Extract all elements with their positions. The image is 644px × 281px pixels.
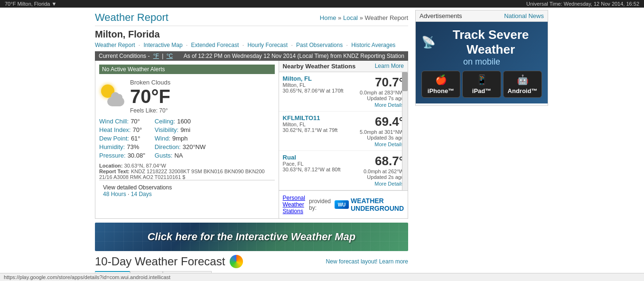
station-coords-3: 30.63°N, 87.12°W at 80ft xyxy=(283,167,364,172)
observations-48h[interactable]: 48 Hours xyxy=(103,191,126,197)
location-report: Location: 30.63°N, 87.04°W Report Text: … xyxy=(99,163,275,180)
nav-interactive-map[interactable]: Interactive Map xyxy=(144,42,183,48)
station-info-1: Milton, FL Milton, FL 30.65°N, 87.06°W a… xyxy=(283,75,360,94)
observations-label: View detailed Observations xyxy=(103,184,172,191)
station-item-3: Rual Pace, FL 30.63°N, 87.12°W at 80ft 6… xyxy=(279,151,408,190)
station-updated-2: Updated 3s ago xyxy=(360,135,404,140)
iphone-button[interactable]: 🍎 iPhone™ xyxy=(421,71,460,98)
alert-bar: No Active Weather Alerts xyxy=(99,65,275,74)
station-updated-3: Updated 2s ago xyxy=(364,174,404,180)
conditions-header-label: Current Conditions - °F | °C xyxy=(99,53,173,59)
track-subtitle: on mobile xyxy=(421,57,542,67)
wu-text: WEATHERUNDERGROUND xyxy=(351,197,404,212)
station-temp-3: 68.7° xyxy=(364,154,404,169)
nav-extended-forecast[interactable]: Extended Forecast xyxy=(191,42,239,48)
pws-link[interactable]: Personal Weather Stations xyxy=(283,195,305,215)
cloud-icon xyxy=(107,97,124,106)
scroll-thumb[interactable] xyxy=(402,72,408,91)
android-label: Android™ xyxy=(508,87,538,94)
nav-past-observations[interactable]: Past Observations xyxy=(296,42,343,48)
station-readings-3: 68.7° 0.0mph at 262°W Updated 2s ago Mor… xyxy=(364,154,404,187)
station-name-1[interactable]: Milton, FL xyxy=(283,75,312,82)
station-wind-1: 0.0mph at 283°NW xyxy=(360,90,404,95)
android-icon: 🤖 xyxy=(517,74,529,85)
location-label: Location: xyxy=(99,163,123,169)
national-news-link[interactable]: National News xyxy=(504,12,544,19)
station-updated-1: Updated 7s ago xyxy=(360,95,404,101)
details-cols: Wind Chill: 70° Heat Index: 70° Dew Poin… xyxy=(99,118,275,159)
humidity-value: 73% xyxy=(127,143,139,150)
humidity-label: Humidity: xyxy=(99,143,125,150)
station-readings-1: 70.7° 0.0mph at 283°NW Updated 7s ago Mo… xyxy=(360,75,404,108)
station-info-3: Rual Pace, FL 30.63°N, 87.12°W at 80ft xyxy=(283,154,364,172)
conditions-right: Nearby Weather Stations Learn More Milto… xyxy=(279,61,408,218)
station-sub-1: Milton, FL xyxy=(283,82,360,88)
ceiling-label: Ceiling: xyxy=(155,118,175,125)
pressure-value: 30.08" xyxy=(128,152,145,159)
station-wind-3: 0.0mph at 262°W xyxy=(364,169,404,174)
map-banner[interactable]: Click here for the Interactive Weather M… xyxy=(95,223,408,251)
top-bar-location[interactable]: 70°F Milton, Florida ▼ xyxy=(5,1,56,7)
feels-like: Feels Like: 70° xyxy=(130,107,170,114)
nav-historic-averages[interactable]: Historic Averages xyxy=(351,42,395,48)
station-more-3[interactable]: More Details xyxy=(374,181,404,187)
station-sub-2: Milton, FL xyxy=(283,122,360,127)
ads-label: Advertisements xyxy=(420,12,462,19)
sidebar: Advertisements National News 📡 Track Sev… xyxy=(413,8,551,281)
sidebar-ads: Advertisements National News 📡 Track Sev… xyxy=(415,10,548,106)
direction-value: 320°NW xyxy=(183,143,206,150)
conditions-body: No Active Weather Alerts Broken Clouds 7… xyxy=(95,61,408,219)
station-coords-1: 30.65°N, 87.06°W at 170ft xyxy=(283,88,360,94)
nav-links: Weather Report · Interactive Map · Exten… xyxy=(95,42,408,48)
wind-chill-value: 70° xyxy=(131,118,140,125)
stations-list: Milton, FL Milton, FL 30.65°N, 87.06°W a… xyxy=(279,72,408,190)
report-label: Report Text: xyxy=(99,169,130,174)
units-f[interactable]: °F xyxy=(153,53,159,59)
station-name-3[interactable]: Rual xyxy=(283,154,296,161)
view-observations: View detailed Observations 48 Hours · 14… xyxy=(99,180,275,201)
ipad-button[interactable]: 📱 iPad™ xyxy=(462,71,501,98)
pws-footer: Personal Weather Stations provided by: W… xyxy=(279,190,408,218)
units-c[interactable]: °C xyxy=(167,53,173,59)
pws-provided: provided by: xyxy=(309,198,331,211)
conditions-left: No Active Weather Alerts Broken Clouds 7… xyxy=(95,61,279,218)
top-bar: 70°F Milton, Florida ▼ Universal Time: W… xyxy=(0,0,644,8)
station-info-2: KFLMILTO11 Milton, FL 30.62°N, 87.1°W at… xyxy=(283,114,360,133)
station-item: Milton, FL Milton, FL 30.65°N, 87.06°W a… xyxy=(279,72,408,112)
dew-point-label: Dew Point: xyxy=(99,135,129,142)
status-url: https://play.google.com/store/apps/detai… xyxy=(4,274,170,280)
gusts-value: NA xyxy=(174,152,183,159)
breadcrumb-home[interactable]: Home xyxy=(320,14,336,21)
ipad-icon: 📱 xyxy=(476,74,488,85)
station-readings-2: 69.4° 5.0mph at 301°NW Updated 3s ago Mo… xyxy=(360,114,404,148)
observations-14d[interactable]: 14 Days xyxy=(131,191,152,197)
station-name-2[interactable]: KFLMILTO11 xyxy=(283,114,320,122)
ceiling-value: 1600 xyxy=(177,118,191,125)
wind-label: Wind: xyxy=(155,135,170,142)
radar-icon: 📡 xyxy=(421,36,436,49)
nav-weather-report[interactable]: Weather Report xyxy=(95,42,135,48)
learn-more-link[interactable]: Learn More xyxy=(375,63,404,70)
weather-main: Broken Clouds 70°F Feels Like: 70° xyxy=(99,77,275,114)
station-temp-1: 70.7° xyxy=(360,75,404,90)
weather-description: Broken Clouds xyxy=(130,79,170,86)
scroll-bar[interactable] xyxy=(402,72,408,190)
visibility-value: 9mi xyxy=(180,126,190,133)
breadcrumb-local[interactable]: Local xyxy=(343,14,358,21)
iphone-label: iPhone™ xyxy=(428,87,454,94)
station-more-2[interactable]: More Details xyxy=(374,141,404,147)
ipad-label: iPad™ xyxy=(472,87,491,94)
nav-hourly-forecast[interactable]: Hourly Forecast xyxy=(247,42,288,48)
dew-point-value: 61° xyxy=(131,135,140,142)
station-wind-2: 5.0mph at 301°NW xyxy=(360,129,404,135)
station-more-1[interactable]: More Details xyxy=(374,102,404,108)
wind-chill-label: Wind Chill: xyxy=(99,118,129,125)
gusts-label: Gusts: xyxy=(155,152,173,159)
new-layout-link[interactable]: New forecast layout! Learn more xyxy=(326,258,408,265)
breadcrumb-current: Weather Report xyxy=(364,14,408,21)
android-button[interactable]: 🤖 Android™ xyxy=(503,71,542,98)
pressure-label: Pressure: xyxy=(99,152,126,159)
wu-icon: WU xyxy=(335,200,349,209)
weather-icon xyxy=(99,83,125,109)
station-item-2: KFLMILTO11 Milton, FL 30.62°N, 87.1°W at… xyxy=(279,112,408,151)
